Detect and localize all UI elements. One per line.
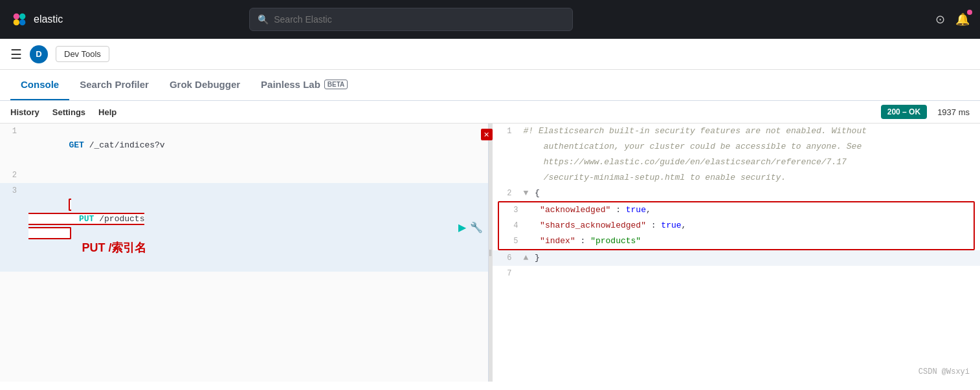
line-content-2 [23, 168, 488, 182]
help-icon[interactable]: ⊙ [935, 12, 945, 27]
svg-point-0 [14, 14, 19, 19]
fold-arrow-2: ▼ [524, 188, 529, 198]
val-shards: true [661, 221, 681, 230]
sub-toolbar: History Settings Help 200 – OK 1937 ms [0, 101, 980, 124]
notification-badge [967, 10, 972, 15]
output-line-4: 4 "shards_acknowledged" : true, [499, 218, 974, 233]
out-content-1: #! Elasticsearch built-in security featu… [518, 124, 981, 138]
out-content-1b: authentication, your cluster could be ac… [518, 140, 981, 154]
key-acknowledged: "acknowledged" [540, 205, 610, 215]
path-1: /_cat/indices?v [84, 140, 165, 150]
line-num-2: 2 [0, 168, 23, 182]
breadcrumb-bar: ☰ D Dev Tools [0, 39, 980, 70]
output-line-3: 3 "acknowledged" : true, [499, 202, 974, 218]
key-shards: "shards_acknowledged" [540, 221, 646, 230]
search-icon: 🔍 [258, 14, 269, 25]
tab-grok-debugger[interactable]: Grok Debugger [159, 69, 251, 100]
out-num-5: 5 [499, 234, 525, 248]
fold-arrow-6: ▲ [524, 253, 529, 263]
editor-line-3: 3 PUT /products PUT /索引名 ▶ 🔧 [0, 183, 488, 272]
wrench-button[interactable]: 🔧 [470, 221, 483, 233]
breadcrumb-dev-tools[interactable]: Dev Tools [56, 46, 109, 62]
output-line-1b: authentication, your cluster could be ac… [493, 139, 981, 155]
editor-line-2: 2 [0, 168, 488, 183]
output-pane[interactable]: 1 #! Elasticsearch built-in security fea… [493, 124, 981, 382]
editor-area: 1 GET /_cat/indices?v 2 3 PUT /products … [0, 124, 980, 382]
logo: elastic [10, 10, 63, 28]
tab-painless-lab-label: Painless Lab [261, 79, 320, 90]
val-acknowledged: true [626, 205, 646, 215]
editor-line-1: 1 GET /_cat/indices?v [0, 124, 488, 168]
settings-button[interactable]: Settings [52, 107, 85, 117]
out-num-2: 2 [493, 186, 518, 200]
out-num-6: 6 [493, 251, 518, 265]
line-content-3: PUT /products PUT /索引名 [23, 184, 458, 271]
path-3: /products [94, 214, 144, 224]
svg-point-1 [19, 14, 25, 19]
out-content-7 [518, 266, 981, 281]
out-content-1c: https://www.elastic.co/guide/en/elastics… [518, 155, 981, 169]
help-button[interactable]: Help [98, 107, 117, 117]
notifications-icon[interactable]: 🔔 [955, 12, 970, 27]
line-num-3: 3 [0, 184, 23, 271]
out-content-4: "shards_acknowledged" : true, [525, 219, 974, 233]
svg-point-2 [14, 19, 19, 25]
history-button[interactable]: History [10, 107, 39, 117]
tab-console[interactable]: Console [10, 69, 69, 100]
tab-search-profiler[interactable]: Search Profiler [69, 69, 159, 100]
output-red-box: 3 "acknowledged" : true, 4 "shards_ackno… [498, 201, 975, 250]
out-content-5: "index" : "products" [525, 234, 974, 248]
svg-point-3 [19, 19, 25, 25]
output-line-1d: /security-minimal-setup.html to enable s… [493, 170, 981, 186]
user-avatar: D [30, 45, 48, 63]
output-line-7: 7 [493, 266, 981, 281]
line-num-1: 1 [0, 124, 23, 167]
annotation-text: PUT /索引名 [82, 241, 146, 254]
line-actions: ▶ 🔧 [458, 184, 488, 271]
beta-badge: BETA [324, 80, 348, 89]
out-num-1d [493, 171, 518, 185]
output-line-5: 5 "index" : "products" [499, 233, 974, 249]
top-bar-actions: ⊙ 🔔 [935, 12, 970, 27]
out-num-1b [493, 140, 518, 154]
close-x-button[interactable]: ✕ [481, 129, 493, 140]
elastic-logo-icon [10, 10, 28, 28]
sub-toolbar-left: History Settings Help [10, 107, 117, 117]
sub-toolbar-right: 200 – OK 1937 ms [881, 105, 970, 119]
watermark: CSDN @Wsxyi [919, 367, 970, 376]
search-input[interactable] [274, 14, 564, 25]
out-content-2: ▼ { [518, 186, 981, 200]
put-keyword: PUT [79, 214, 94, 224]
editor-pane[interactable]: 1 GET /_cat/indices?v 2 3 PUT /products … [0, 124, 489, 382]
logo-text: elastic [34, 14, 63, 25]
tab-painless-lab[interactable]: Painless Lab BETA [251, 69, 358, 100]
out-num-4: 4 [499, 219, 525, 233]
run-button[interactable]: ▶ [458, 221, 466, 233]
tabs-bar: Console Search Profiler Grok Debugger Pa… [0, 70, 980, 101]
output-line-1: 1 #! Elasticsearch built-in security fea… [493, 124, 981, 139]
line-content-1: GET /_cat/indices?v [23, 124, 488, 167]
response-time: 1937 ms [937, 107, 970, 117]
key-index: "index" [540, 236, 575, 246]
selection-put: PUT /products [28, 199, 144, 239]
top-bar: elastic 🔍 ⊙ 🔔 [0, 0, 980, 39]
output-line-1c: https://www.elastic.co/guide/en/elastics… [493, 155, 981, 170]
out-num-7: 7 [493, 266, 518, 281]
out-content-6: ▲ } [518, 251, 981, 265]
out-content-1d: /security-minimal-setup.html to enable s… [518, 171, 981, 185]
global-search-bar[interactable]: 🔍 [249, 8, 573, 31]
output-line-6: 6 ▲ } [493, 250, 981, 266]
out-num-3: 3 [499, 203, 525, 217]
out-content-3: "acknowledged" : true, [525, 203, 974, 217]
menu-icon[interactable]: ☰ [10, 47, 22, 62]
get-keyword: GET [69, 140, 84, 150]
val-index: "products" [590, 236, 641, 246]
output-line-2: 2 ▼ { [493, 186, 981, 201]
out-num-1: 1 [493, 124, 518, 138]
out-num-1c [493, 155, 518, 169]
status-badge: 200 – OK [881, 105, 927, 119]
